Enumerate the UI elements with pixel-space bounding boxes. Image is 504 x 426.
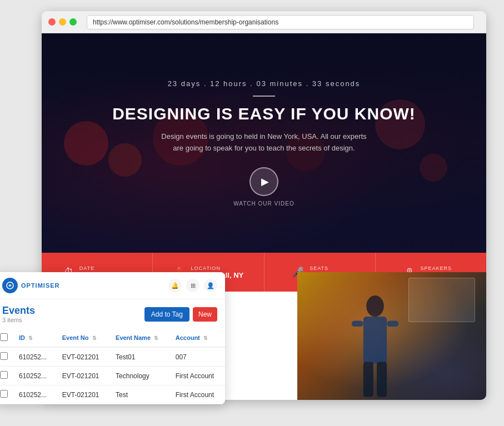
cell-event-no: EVT-021201 xyxy=(57,367,110,385)
minimize-button[interactable] xyxy=(59,18,66,26)
hero-title: DESIGNING IS EASY IF YOU KNOW! xyxy=(112,104,416,123)
events-table: ID ⇅ Event No ⇅ Event Name ⇅ Account ⇅ 6… xyxy=(0,329,225,404)
cell-event-name: Technology xyxy=(110,367,170,385)
crm-header-icons: 🔔 ⊞ 👤 xyxy=(168,279,217,292)
optimiser-logo-svg xyxy=(6,281,14,290)
address-bar[interactable]: https://www.optimiser.com/solutions/memb… xyxy=(87,15,474,29)
crm-logo-icon xyxy=(2,278,18,293)
cell-account: First Account xyxy=(170,385,225,404)
hero-timer: 23 days . 12 hours . 03 minutes . 33 sec… xyxy=(168,79,361,88)
crm-panel-header: OPTIMISER 🔔 ⊞ 👤 xyxy=(0,272,225,299)
row-checkbox-cell xyxy=(0,367,13,385)
col-header-id: ID ⇅ xyxy=(13,329,57,347)
cell-id: 610252... xyxy=(13,367,57,385)
select-all-checkbox[interactable] xyxy=(0,333,8,341)
play-icon: ▶ xyxy=(261,176,269,188)
cell-event-no: EVT-021201 xyxy=(57,347,110,367)
table-row[interactable]: 610252... EVT-021201 Technology First Ac… xyxy=(0,367,225,385)
new-button[interactable]: New xyxy=(193,307,217,322)
svg-point-0 xyxy=(366,295,384,317)
close-button[interactable] xyxy=(48,18,56,26)
row-select-checkbox[interactable] xyxy=(0,352,8,360)
row-checkbox-cell xyxy=(0,347,13,367)
cell-id: 610252... xyxy=(13,385,57,404)
col-header-account: Account ⇅ xyxy=(170,329,225,347)
cell-account: First Account xyxy=(170,367,225,385)
play-button[interactable]: ▶ xyxy=(249,167,278,196)
speaker-silhouette xyxy=(345,294,406,400)
row-select-checkbox[interactable] xyxy=(0,371,8,379)
select-all-checkbox-cell xyxy=(0,329,13,347)
crm-logo-text: OPTIMISER xyxy=(21,282,60,289)
hero-text-overlay: 23 days . 12 hours . 03 minutes . 33 sec… xyxy=(42,33,486,253)
col-header-event-no: Event No ⇅ xyxy=(57,329,110,347)
add-to-tag-button[interactable]: Add to Tag xyxy=(144,307,189,322)
side-image xyxy=(297,272,486,400)
table-header-row: ID ⇅ Event No ⇅ Event Name ⇅ Account ⇅ xyxy=(0,329,225,347)
date-label: DATE xyxy=(79,265,131,271)
col-header-event-name: Event Name ⇅ xyxy=(110,329,170,347)
browser-titlebar: https://www.optimiser.com/solutions/memb… xyxy=(42,11,486,33)
svg-rect-1 xyxy=(363,317,387,363)
svg-rect-4 xyxy=(363,362,373,397)
svg-rect-5 xyxy=(377,362,387,397)
event-name-sort-icon[interactable]: ⇅ xyxy=(154,335,158,341)
crm-panel-title: Events xyxy=(2,305,35,317)
traffic-lights xyxy=(48,18,77,26)
crm-logo: OPTIMISER xyxy=(2,278,60,293)
notification-icon[interactable]: 🔔 xyxy=(168,279,182,292)
table-row[interactable]: 610252... EVT-021201 Test01 007 xyxy=(0,347,225,367)
crm-title-area: Events 3 items xyxy=(2,305,35,323)
cell-event-no: EVT-021201 xyxy=(57,385,110,404)
crm-panel: OPTIMISER 🔔 ⊞ 👤 Events 3 items Add to Ta… xyxy=(0,272,225,404)
grid-icon[interactable]: ⊞ xyxy=(186,279,199,292)
crm-toolbar: Events 3 items Add to Tag New xyxy=(0,299,225,329)
table-row[interactable]: 610252... EVT-021201 Test First Account xyxy=(0,385,225,404)
url-text: https://www.optimiser.com/solutions/memb… xyxy=(93,18,278,26)
projection-screen xyxy=(408,278,475,322)
seats-label: SEATS xyxy=(310,265,347,271)
cell-id: 610252... xyxy=(13,347,57,367)
cell-event-name: Test01 xyxy=(110,347,170,367)
id-sort-icon[interactable]: ⇅ xyxy=(28,335,33,341)
user-avatar[interactable]: 👤 xyxy=(204,279,217,292)
crm-item-count: 3 items xyxy=(2,317,35,323)
crm-action-buttons: Add to Tag New xyxy=(144,307,217,322)
hero-divider xyxy=(253,96,275,97)
account-sort-icon[interactable]: ⇅ xyxy=(203,335,208,341)
cell-account: 007 xyxy=(170,347,225,367)
hero-section: 23 days . 12 hours . 03 minutes . 33 sec… xyxy=(42,33,486,253)
svg-rect-2 xyxy=(352,321,363,327)
location-label: LOCATION xyxy=(191,265,244,271)
maximize-button[interactable] xyxy=(69,18,77,26)
cell-event-name: Test xyxy=(110,385,170,404)
table-body: 610252... EVT-021201 Test01 007 610252..… xyxy=(0,347,225,404)
watch-label: WATCH OUR VIDEO xyxy=(233,201,294,207)
row-checkbox-cell xyxy=(0,385,13,404)
hero-subtitle: Design events is going to held in New Yo… xyxy=(158,131,370,154)
row-select-checkbox[interactable] xyxy=(0,390,8,398)
event-no-sort-icon[interactable]: ⇅ xyxy=(92,335,97,341)
speakers-label: SPEAKERS xyxy=(420,265,457,271)
svg-rect-3 xyxy=(387,321,398,327)
